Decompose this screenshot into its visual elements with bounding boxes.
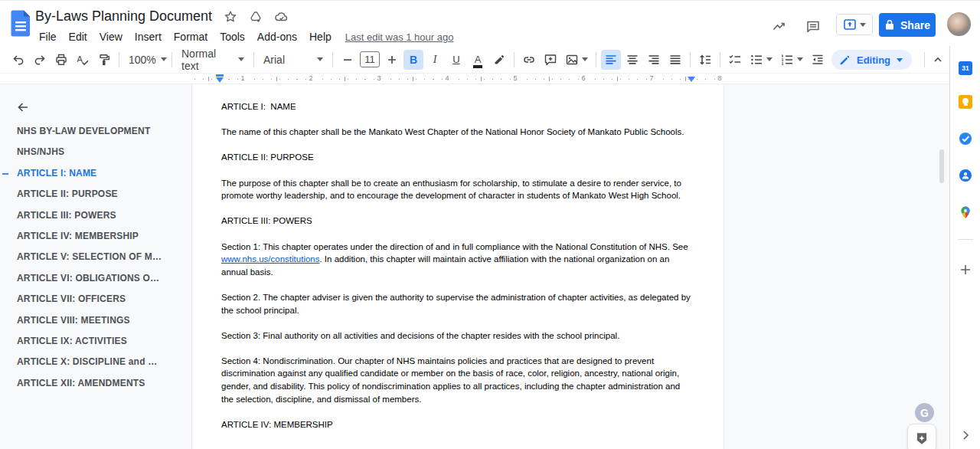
bold-button[interactable]: B [403, 50, 423, 70]
assistant-badge-button[interactable] [907, 424, 936, 449]
checklist-button[interactable] [725, 50, 745, 70]
increase-font-size-button[interactable] [382, 50, 402, 70]
menu-edit[interactable]: Edit [63, 29, 93, 44]
share-button[interactable]: Share [879, 13, 936, 37]
outline-item[interactable]: NHS/NJHS [0, 142, 188, 162]
doc-paragraph[interactable]: The name of this chapter shall be the Ma… [221, 126, 691, 139]
get-addons-button[interactable] [958, 262, 973, 277]
google-docs-logo-icon[interactable] [10, 9, 31, 38]
outline-item[interactable]: ARTICLE II: PURPOSE [0, 184, 188, 205]
google-tasks-icon[interactable] [959, 132, 972, 146]
paint-format-button[interactable] [94, 50, 114, 70]
zoom-caret-icon [161, 57, 167, 61]
header: By-Laws Planning Document File Edit View… [0, 0, 980, 46]
numbered-list-button[interactable] [777, 50, 806, 70]
insert-link-button[interactable] [519, 50, 539, 70]
menu-addons[interactable]: Add-ons [251, 29, 303, 44]
ruler-number: 6 [579, 74, 587, 82]
add-shortcut-to-drive-icon[interactable] [249, 10, 263, 24]
highlight-color-button[interactable] [489, 50, 509, 70]
doc-heading-article-3[interactable]: ARTICLE III: POWERS [221, 215, 691, 228]
redo-button[interactable] [30, 50, 50, 70]
doc-paragraph[interactable]: Section 4: Nondiscrimination. Our chapte… [221, 355, 691, 405]
account-avatar[interactable] [947, 12, 971, 36]
font-dropdown[interactable]: Arial [258, 50, 328, 70]
menu-help[interactable]: Help [303, 29, 338, 44]
decrease-indent-button[interactable] [808, 50, 828, 70]
justify-button[interactable] [665, 50, 685, 70]
italic-button[interactable]: I [425, 50, 445, 70]
document-insights-icon[interactable] [769, 16, 790, 38]
outline-item[interactable]: ARTICLE IV: MEMBERSHIP [0, 226, 188, 247]
doc-heading-article-4[interactable]: ARTICLE IV: MEMBERSHIP [221, 418, 691, 431]
font-size-input[interactable]: 11 [360, 51, 380, 67]
editing-mode-dropdown[interactable]: Editing [831, 50, 912, 70]
doc-paragraph[interactable]: Section 3: Final authority on all activi… [221, 329, 691, 342]
menu-format[interactable]: Format [168, 29, 214, 44]
zoom-dropdown[interactable]: 100% [123, 50, 168, 70]
outline-item[interactable]: ARTICLE XII: AMENDMENTS [0, 373, 188, 394]
google-maps-icon[interactable] [959, 205, 972, 219]
doc-heading-article-1[interactable]: ARTICLE I: NAME [221, 100, 691, 113]
insert-image-button[interactable] [562, 50, 591, 70]
doc-paragraph[interactable]: Section 1: This chapter operates under t… [221, 241, 691, 279]
toolbar-divider [924, 52, 925, 67]
vertical-scrollbar-thumb[interactable] [939, 149, 944, 183]
hide-menus-button[interactable] [928, 50, 948, 70]
menu-insert[interactable]: Insert [129, 29, 168, 44]
document-page[interactable]: ARTICLE I: NAME The name of this chapter… [191, 84, 724, 449]
document-workspace: NHS BY-LAW DEVELOPMENT NHS/NJHS ARTICLE … [0, 84, 949, 449]
comment-history-icon[interactable] [802, 16, 824, 38]
ruler-number: 7 [647, 74, 655, 82]
align-left-button[interactable] [601, 50, 621, 70]
title-row: By-Laws Planning Document [35, 8, 289, 25]
outline-item[interactable]: ARTICLE VI: OBLIGATIONS O… [0, 268, 188, 289]
left-indent-marker[interactable] [216, 74, 224, 83]
right-indent-marker[interactable] [688, 77, 695, 82]
line-spacing-button[interactable] [695, 50, 715, 70]
outline-item[interactable]: ARTICLE X: DISCIPLINE and … [0, 352, 188, 372]
undo-button[interactable] [8, 50, 28, 70]
doc-heading-article-2[interactable]: ARTICLE II: PURPOSE [221, 151, 691, 164]
font-size-value: 11 [364, 54, 375, 65]
bulleted-list-button[interactable] [746, 50, 776, 70]
menu-file[interactable]: File [33, 29, 63, 44]
outline-item[interactable]: ARTICLE V: SELECTION OF M… [0, 247, 188, 267]
doc-paragraph[interactable]: The purpose of this chapter shall be to … [221, 177, 691, 202]
paragraph-styles-dropdown[interactable]: Normal text [176, 50, 250, 70]
outline-item-article-1[interactable]: ARTICLE I: NAME [0, 163, 188, 184]
grammarly-icon[interactable]: G [915, 403, 934, 422]
svg-text:A: A [77, 54, 83, 63]
styles-value: Normal text [181, 48, 234, 72]
document-title[interactable]: By-Laws Planning Document [35, 8, 212, 25]
last-edit-link[interactable]: Last edit was 1 hour ago [345, 31, 454, 43]
menu-tools[interactable]: Tools [214, 29, 251, 44]
add-comment-button[interactable] [541, 50, 560, 70]
align-center-button[interactable] [622, 50, 642, 70]
text-color-button[interactable]: A [468, 50, 488, 70]
outline-item[interactable]: ARTICLE IX: ACTIVITIES [0, 331, 188, 352]
outline-item[interactable]: NHS BY-LAW DEVELOPMENT [0, 121, 188, 142]
ruler-number: 1 [238, 74, 247, 82]
outline-item[interactable]: ARTICLE III: POWERS [0, 205, 188, 226]
underline-button[interactable]: U [446, 50, 466, 70]
present-to-meeting-button[interactable] [836, 14, 873, 35]
google-calendar-icon[interactable]: 31 [959, 61, 972, 75]
constitutions-link[interactable]: www.nhs.us/constitutions [221, 254, 319, 264]
toolbar-divider [253, 52, 254, 67]
print-button[interactable] [51, 50, 71, 70]
cloud-saved-icon[interactable] [274, 10, 289, 24]
present-caret-icon [860, 23, 866, 27]
spellcheck-button[interactable]: A [73, 50, 93, 70]
outline-item[interactable]: ARTICLE VIII: MEETINGS [0, 310, 188, 331]
hide-side-panel-button[interactable] [958, 428, 973, 443]
google-keep-icon[interactable] [959, 95, 972, 109]
close-outline-button[interactable] [14, 98, 32, 116]
align-right-button[interactable] [644, 50, 664, 70]
decrease-font-size-button[interactable] [338, 50, 358, 70]
star-icon[interactable] [224, 10, 237, 24]
menu-view[interactable]: View [93, 29, 129, 44]
outline-item[interactable]: ARTICLE VII: OFFICERS [0, 289, 188, 310]
google-contacts-icon[interactable] [959, 169, 972, 182]
doc-paragraph[interactable]: Section 2. The chapter adviser is given … [221, 291, 691, 316]
